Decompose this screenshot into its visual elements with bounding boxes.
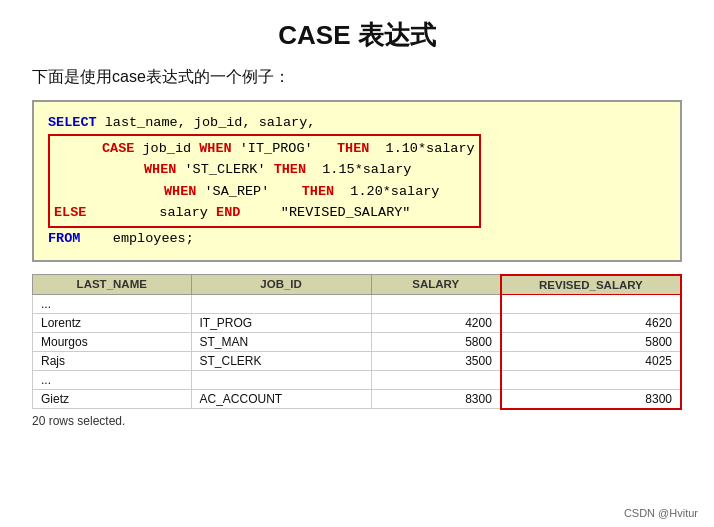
title-bold: CASE xyxy=(278,20,350,50)
footer-credit: CSDN @Hvitur xyxy=(624,507,698,519)
code-line-6: FROM employees; xyxy=(48,228,666,250)
val-sa-rep: 'SA_REP' xyxy=(196,181,301,203)
val-st-clerk: 'ST_CLERK' xyxy=(176,159,273,181)
page-container: CASE 表达式 下面是使用case表达式的一个例子： SELECT last_… xyxy=(0,0,714,438)
code-salary: salary xyxy=(86,202,216,224)
code-line-5: ELSE salary END "REVISED_SALARY" xyxy=(54,202,475,224)
td-dots-revised-1 xyxy=(501,294,681,313)
page-title: CASE 表达式 xyxy=(32,18,682,53)
td-dots-salary-2 xyxy=(371,370,501,389)
td-gietz-salary: 8300 xyxy=(371,389,501,409)
td-gietz-name: Gietz xyxy=(33,389,192,409)
td-dots-jobid-2 xyxy=(191,370,371,389)
kw-else: ELSE xyxy=(54,202,86,224)
td-rajs-salary: 3500 xyxy=(371,351,501,370)
th-job-id: JOB_ID xyxy=(191,275,371,295)
kw-when-3: WHEN xyxy=(164,181,196,203)
rows-selected: 20 rows selected. xyxy=(32,414,682,428)
td-lorentz-salary: 4200 xyxy=(371,313,501,332)
kw-then-3: THEN xyxy=(302,181,334,203)
code-line-3: WHEN 'ST_CLERK' THEN 1.15*salary xyxy=(54,159,475,181)
title-rest: 表达式 xyxy=(351,20,436,50)
code-select-rest: last_name, job_id, salary, xyxy=(105,112,316,134)
kw-from: FROM xyxy=(48,228,80,250)
table-header-row: LAST_NAME JOB_ID SALARY REVISED_SALARY xyxy=(33,275,682,295)
td-dots-revised-2 xyxy=(501,370,681,389)
th-last-name: LAST_NAME xyxy=(33,275,192,295)
td-mourgos-salary: 5800 xyxy=(371,332,501,351)
table-row-gietz: Gietz AC_ACCOUNT 8300 8300 xyxy=(33,389,682,409)
td-dots-2: ... xyxy=(33,370,192,389)
expr-3: 1.20*salary xyxy=(334,181,439,203)
expr-2: 1.15*salary xyxy=(306,159,411,181)
code-block: SELECT last_name, job_id, salary, CASE j… xyxy=(32,100,682,262)
td-lorentz-name: Lorentz xyxy=(33,313,192,332)
td-lorentz-jobid: IT_PROG xyxy=(191,313,371,332)
td-dots-1: ... xyxy=(33,294,192,313)
td-lorentz-revised: 4620 xyxy=(501,313,681,332)
kw-then-2: THEN xyxy=(274,159,306,181)
td-gietz-jobid: AC_ACCOUNT xyxy=(191,389,371,409)
kw-select: SELECT xyxy=(48,112,105,134)
table-row-dots-2: ... xyxy=(33,370,682,389)
expr-1: 1.10*salary xyxy=(369,138,474,160)
td-dots-salary-1 xyxy=(371,294,501,313)
table-row-rajs: Rajs ST_CLERK 3500 4025 xyxy=(33,351,682,370)
result-table: LAST_NAME JOB_ID SALARY REVISED_SALARY .… xyxy=(32,274,682,410)
th-revised-salary: REVISED_SALARY xyxy=(501,275,681,295)
code-table: employees; xyxy=(80,228,193,250)
kw-when-1: WHEN xyxy=(199,138,231,160)
td-rajs-jobid: ST_CLERK xyxy=(191,351,371,370)
val-it-prog: 'IT_PROG' xyxy=(232,138,337,160)
code-line-4: WHEN 'SA_REP' THEN 1.20*salary xyxy=(54,181,475,203)
subtitle: 下面是使用case表达式的一个例子： xyxy=(32,67,682,88)
td-gietz-revised: 8300 xyxy=(501,389,681,409)
table-row-lorentz: Lorentz IT_PROG 4200 4620 xyxy=(33,313,682,332)
td-rajs-revised: 4025 xyxy=(501,351,681,370)
td-mourgos-jobid: ST_MAN xyxy=(191,332,371,351)
td-dots-jobid-1 xyxy=(191,294,371,313)
td-rajs-name: Rajs xyxy=(33,351,192,370)
kw-end: END xyxy=(216,202,240,224)
td-mourgos-name: Mourgos xyxy=(33,332,192,351)
code-jobid: job_id xyxy=(134,138,199,160)
kw-when-2: WHEN xyxy=(144,159,176,181)
kw-then-1: THEN xyxy=(337,138,369,160)
table-row-dots-1: ... xyxy=(33,294,682,313)
code-line-1: SELECT last_name, job_id, salary, xyxy=(48,112,666,134)
kw-case: CASE xyxy=(102,138,134,160)
table-row-mourgos: Mourgos ST_MAN 5800 5800 xyxy=(33,332,682,351)
code-line-2: CASE job_id WHEN 'IT_PROG' THEN 1.10*sal… xyxy=(54,138,475,160)
alias: "REVISED_SALARY" xyxy=(240,202,410,224)
th-salary: SALARY xyxy=(371,275,501,295)
td-mourgos-revised: 5800 xyxy=(501,332,681,351)
